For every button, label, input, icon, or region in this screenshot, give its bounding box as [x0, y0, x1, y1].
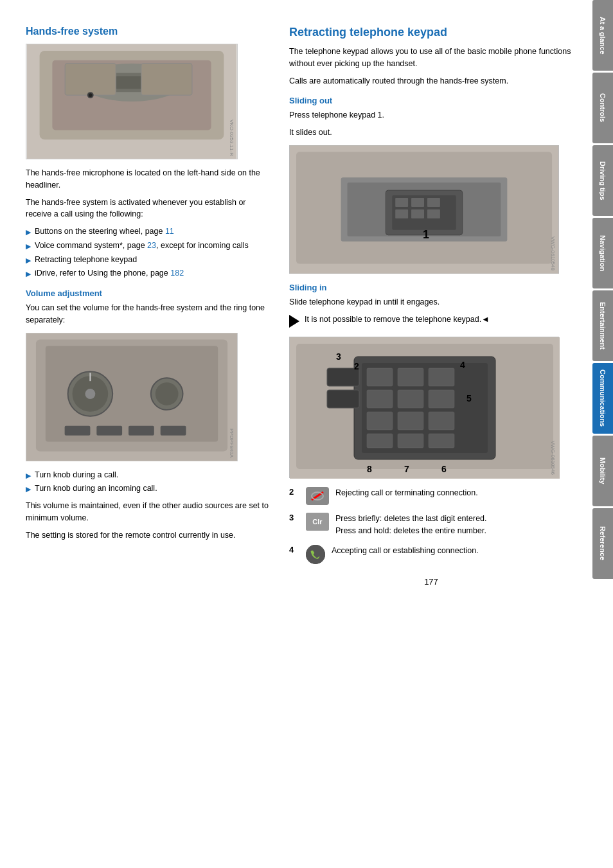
right-section-title: Retracting telephone keypad	[289, 26, 573, 39]
sliding-in-title: Sliding in	[289, 283, 573, 292]
image-watermark-4: VWG-0610546	[550, 441, 556, 475]
sidebar-tab-at-a-glance[interactable]: At a glance	[592, 0, 613, 71]
accept-call-icon	[306, 545, 325, 564]
svg-text:5: 5	[466, 393, 472, 403]
svg-text:Clr: Clr	[312, 518, 323, 526]
svg-text:4: 4	[460, 360, 465, 370]
svg-point-15	[85, 389, 95, 399]
svg-text:6: 6	[441, 464, 447, 474]
sliding-in-text: Slide telephone keypad in until it engag…	[289, 296, 573, 308]
sliding-out-image: 1 VWG-0610548	[289, 145, 559, 274]
keypad-numbers-image: 3 2 4 5 8 7 6 VWG-0610546	[289, 337, 559, 478]
svg-text:7: 7	[404, 464, 409, 474]
bullet-text-1: Buttons on the steering wheel, page 11	[35, 226, 174, 238]
image-watermark-2: PPDPF840A	[229, 429, 235, 457]
svg-rect-34	[427, 209, 440, 218]
right-intro-1: The telephone keypad allows you to use a…	[289, 46, 573, 70]
sliding-out-text-1: Press telephone keypad 1.	[289, 109, 573, 121]
right-column: Retracting telephone keypad The telephon…	[289, 26, 573, 842]
svg-rect-53	[327, 390, 359, 408]
item-row-3: 3 Clr Press briefly: deletes the last di…	[289, 513, 573, 537]
svg-text:8: 8	[367, 464, 372, 474]
bullet-arrow-4: ▶	[26, 269, 31, 279]
page-number: 177	[289, 577, 573, 587]
page-container: Hands-free system	[0, 0, 613, 868]
item-row-2: 2 Rejecting call or terminating connecti…	[289, 487, 573, 505]
svg-rect-21	[129, 425, 154, 435]
link-page-23[interactable]: 23	[147, 241, 156, 250]
svg-point-9	[89, 93, 93, 97]
item-text-4: Accepting call or establishing connectio…	[332, 545, 479, 557]
image-watermark-3: VWG-0610548	[550, 236, 556, 270]
item-text-2: Rejecting call or terminating connection…	[335, 487, 478, 499]
bullet-item-3: ▶ Retracting telephone keypad	[26, 254, 270, 266]
link-page-182[interactable]: 182	[170, 269, 184, 278]
link-page-11[interactable]: 11	[165, 227, 174, 236]
intro-text-1: The hands-free microphone is located on …	[26, 167, 270, 191]
svg-rect-33	[411, 209, 424, 218]
left-column: Hands-free system	[26, 26, 270, 842]
volume-text: You can set the volume for the hands-fre…	[26, 302, 270, 326]
svg-rect-22	[161, 425, 186, 435]
sidebar-tab-reference[interactable]: Reference	[592, 508, 613, 579]
note-text: It is not possible to remove the telepho…	[305, 314, 490, 326]
bullet-arrow-2: ▶	[26, 241, 31, 252]
bullet-arrow-1: ▶	[26, 227, 31, 238]
sliding-out-title: Sliding out	[289, 96, 573, 105]
vol-arrow-1: ▶	[26, 470, 31, 481]
sliding-out-text-2: It slides out.	[289, 127, 573, 139]
svg-rect-30	[411, 198, 424, 207]
clr-icon: Clr	[306, 513, 329, 531]
right-intro-2: Calls are automatically routed through t…	[289, 75, 573, 87]
note-triangle-icon	[289, 315, 299, 328]
svg-rect-32	[395, 209, 408, 218]
svg-rect-41	[398, 368, 423, 386]
svg-rect-43	[367, 390, 393, 408]
svg-text:2: 2	[354, 361, 359, 371]
main-content: Hands-free system	[0, 0, 592, 868]
svg-rect-31	[427, 198, 440, 207]
hands-free-image: VKO-0253.11-R	[26, 44, 238, 159]
bullet-text-2: Voice command system*, page 23, except f…	[35, 240, 249, 252]
bullet-item-4: ▶ iDrive, refer to Using the phone, page…	[26, 267, 270, 279]
left-section-title: Hands-free system	[26, 26, 270, 37]
svg-rect-44	[398, 390, 423, 408]
sidebar-tab-mobility[interactable]: Mobility	[592, 436, 613, 506]
svg-rect-42	[429, 368, 454, 386]
sidebar-tab-navigation[interactable]: Navigation	[592, 218, 613, 288]
activation-bullets: ▶ Buttons on the steering wheel, page 11…	[26, 226, 270, 279]
vol-text-1: Turn knob during a call.	[35, 469, 118, 481]
svg-rect-7	[141, 64, 192, 95]
item-text-3: Press briefly: deletes the last digit en…	[335, 513, 487, 537]
svg-rect-20	[96, 425, 122, 435]
volume-bullets: ▶ Turn knob during a call. ▶ Turn knob d…	[26, 469, 270, 495]
svg-text:1: 1	[423, 228, 429, 241]
svg-rect-48	[429, 412, 454, 430]
volume-title: Volume adjustment	[26, 288, 270, 298]
item-row-4: 4 Accepting call or establishing connect…	[289, 545, 573, 564]
vol-arrow-2: ▶	[26, 484, 31, 495]
svg-rect-45	[429, 390, 454, 408]
bullet-item-2: ▶ Voice command system*, page 23, except…	[26, 240, 270, 252]
volume-note-1: This volume is maintained, even if the o…	[26, 500, 270, 524]
item-number-4: 4	[289, 545, 299, 554]
sidebar-tab-controls[interactable]: Controls	[592, 73, 613, 143]
sidebar-tab-driving-tips[interactable]: Driving tips	[592, 145, 613, 216]
note-box: It is not possible to remove the telepho…	[289, 314, 573, 331]
bullet-arrow-3: ▶	[26, 255, 31, 266]
svg-text:3: 3	[336, 351, 341, 362]
svg-rect-6	[65, 64, 116, 95]
sidebar-tab-entertainment[interactable]: Entertainment	[592, 290, 613, 361]
svg-rect-50	[398, 434, 423, 448]
svg-point-18	[155, 382, 179, 405]
svg-rect-51	[429, 434, 454, 448]
bullet-text-4: iDrive, refer to Using the phone, page 1…	[35, 267, 184, 279]
svg-rect-29	[395, 198, 408, 207]
volume-image: PPDPF840A	[26, 333, 238, 461]
sidebar-tab-communications[interactable]: Communications	[592, 363, 613, 434]
svg-rect-47	[398, 412, 423, 430]
svg-rect-40	[367, 368, 393, 386]
item-number-2: 2	[289, 487, 299, 497]
reject-icon	[306, 487, 329, 505]
svg-rect-46	[367, 412, 393, 430]
